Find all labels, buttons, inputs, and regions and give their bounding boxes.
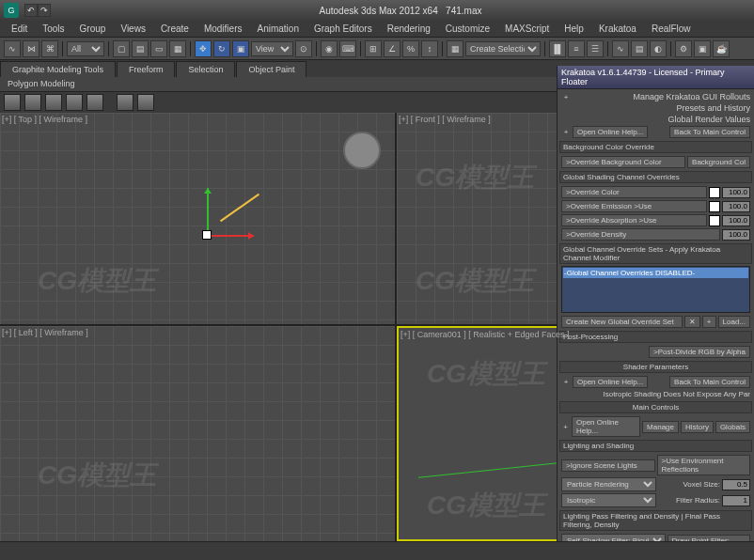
- gizmo-y-axis[interactable]: [207, 188, 209, 235]
- rect-region-icon[interactable]: ▭: [150, 40, 167, 57]
- center-pivot-icon[interactable]: ⊙: [295, 40, 312, 57]
- render-mode-select[interactable]: Particle Rendering: [561, 477, 656, 491]
- menu-edit[interactable]: Edit: [4, 22, 35, 36]
- selection-filter[interactable]: All: [67, 41, 104, 56]
- override-density-value[interactable]: [722, 229, 750, 241]
- back-main-button-2[interactable]: Back To Main Control: [669, 376, 750, 388]
- menu-realflow[interactable]: RealFlow: [644, 22, 699, 36]
- override-absorption-button[interactable]: >Override Absorption >Use: [561, 214, 707, 226]
- emission-swatch[interactable]: [709, 201, 720, 212]
- history-tab[interactable]: History: [681, 421, 714, 433]
- quick-undo-icon[interactable]: ↶: [24, 4, 38, 17]
- tab-selection[interactable]: Selection: [176, 61, 235, 77]
- manipulate-icon[interactable]: ◉: [321, 40, 338, 57]
- quick-redo-icon[interactable]: ↷: [38, 4, 51, 17]
- move-icon[interactable]: ✥: [195, 40, 212, 57]
- gizmo-xy-plane[interactable]: [220, 194, 259, 222]
- filter-radius-input[interactable]: [722, 495, 750, 506]
- manage-tab[interactable]: Manage: [642, 421, 679, 433]
- menu-animation[interactable]: Animation: [249, 22, 306, 36]
- viewport-top[interactable]: [+] [ Top ] [ Wireframe ] CG模型王: [0, 113, 395, 324]
- expand-icon[interactable]: +: [561, 92, 571, 101]
- vp-front-label[interactable]: [+] [ Front ] [ Wireframe ]: [399, 115, 491, 124]
- menu-tools[interactable]: Tools: [35, 22, 71, 36]
- poly-icon-4[interactable]: [66, 94, 83, 111]
- expand-icon[interactable]: +: [561, 422, 570, 431]
- menu-krakatoa[interactable]: Krakatoa: [591, 22, 644, 36]
- poly-icon-1[interactable]: [4, 94, 21, 111]
- open-help-button[interactable]: Open Online Help...: [573, 126, 648, 138]
- override-density-button[interactable]: >Override Density: [561, 228, 720, 241]
- override-color-value[interactable]: [722, 187, 750, 198]
- vp-top-label[interactable]: [+] [ Top ] [ Wireframe ]: [2, 115, 87, 124]
- schematic-icon[interactable]: ▤: [631, 40, 648, 57]
- viewcube-top[interactable]: [343, 132, 381, 169]
- menu-rendering[interactable]: Rendering: [380, 22, 438, 36]
- override-color-button[interactable]: >Override Color: [561, 186, 707, 198]
- angle-snap-icon[interactable]: ∠: [384, 40, 401, 57]
- load-button[interactable]: Load...: [718, 316, 750, 328]
- globals-tab[interactable]: Globals: [715, 421, 750, 433]
- vp-camera-label[interactable]: [+] [ Camera001 ] [ Realistic + Edged Fa…: [401, 330, 570, 339]
- menu-help[interactable]: Help: [557, 22, 591, 36]
- open-help-button-3[interactable]: Open Online Help...: [572, 416, 640, 437]
- absorption-swatch[interactable]: [709, 215, 720, 226]
- color-swatch[interactable]: [709, 187, 720, 198]
- tab-object-paint[interactable]: Object Paint: [236, 61, 306, 77]
- bg-color-button[interactable]: Background Col: [687, 156, 750, 168]
- global-values-link[interactable]: Global Render Values: [668, 115, 750, 124]
- mirror-icon[interactable]: ▐▌: [549, 40, 566, 57]
- ref-coord-system[interactable]: View: [251, 41, 293, 56]
- presets-link[interactable]: Presets and History: [676, 103, 750, 113]
- layers-icon[interactable]: ☰: [587, 40, 604, 57]
- override-set-item[interactable]: -Global Channel Overrides DISABLED-: [563, 268, 748, 278]
- override-bg-color-button[interactable]: >Override Background Color: [561, 156, 685, 168]
- poly-icon-6[interactable]: [117, 94, 134, 111]
- menu-views[interactable]: Views: [113, 22, 153, 36]
- tab-freeform[interactable]: Freeform: [117, 61, 176, 77]
- panel-title[interactable]: Krakatoa v1.6.1.44739 - Licensed - Prima…: [558, 66, 754, 89]
- align-icon[interactable]: ≡: [568, 40, 585, 57]
- poly-icon-3[interactable]: [45, 94, 62, 111]
- poly-icon-7[interactable]: [137, 94, 154, 111]
- create-override-set-button[interactable]: Create New Global Override Set: [561, 316, 683, 328]
- curve-editor-icon[interactable]: ∿: [612, 40, 629, 57]
- tab-graphite[interactable]: Graphite Modeling Tools: [0, 61, 116, 77]
- vp-left-label[interactable]: [+] [ Left ] [ Wireframe ]: [2, 328, 88, 337]
- override-emission-value[interactable]: [722, 201, 750, 212]
- delete-icon[interactable]: ✕: [684, 316, 700, 328]
- render-icon[interactable]: ☕: [713, 40, 730, 57]
- named-sel-set-icon[interactable]: ▦: [447, 40, 463, 57]
- voxel-size-input[interactable]: [722, 479, 750, 490]
- poly-icon-2[interactable]: [24, 94, 41, 111]
- select-name-icon[interactable]: ▤: [132, 40, 149, 57]
- menu-maxscript[interactable]: MAXScript: [497, 22, 557, 36]
- phase-function-select[interactable]: Isotropic: [561, 493, 656, 507]
- gizmo-origin[interactable]: [202, 230, 212, 240]
- expand-icon[interactable]: +: [561, 378, 571, 387]
- select-icon[interactable]: ▢: [113, 40, 130, 57]
- material-editor-icon[interactable]: ◐: [650, 40, 667, 57]
- link-icon[interactable]: ∿: [4, 40, 21, 57]
- override-absorption-value[interactable]: [722, 215, 750, 226]
- override-emission-button[interactable]: >Override Emission >Use: [561, 200, 707, 212]
- menu-create[interactable]: Create: [153, 22, 196, 36]
- render-setup-icon[interactable]: ⚙: [675, 40, 692, 57]
- post-divide-button[interactable]: >Post-Divide RGB by Alpha: [649, 346, 750, 358]
- open-help-button-2[interactable]: Open Online Help...: [573, 376, 648, 388]
- keyboard-icon[interactable]: ⌨: [339, 40, 356, 57]
- menu-graph-editors[interactable]: Graph Editors: [306, 22, 380, 36]
- scale-icon[interactable]: ▣: [232, 40, 249, 57]
- env-reflections-button[interactable]: >Use Environment Reflections: [657, 455, 751, 475]
- menu-customize[interactable]: Customize: [438, 22, 497, 36]
- gizmo-x-axis[interactable]: [207, 235, 254, 237]
- viewport-left[interactable]: [+] [ Left ] [ Wireframe ] CG模型王: [0, 326, 395, 541]
- override-sets-list[interactable]: -Global Channel Overrides DISABLED-: [561, 266, 750, 313]
- ignore-lights-button[interactable]: >Ignore Scene Lights: [561, 459, 655, 472]
- snap-icon[interactable]: ⊞: [365, 40, 382, 57]
- spinner-snap-icon[interactable]: ↕: [421, 40, 438, 57]
- add-icon[interactable]: +: [702, 316, 716, 328]
- render-frame-icon[interactable]: ▣: [694, 40, 711, 57]
- manage-rollouts-link[interactable]: Manage Krakatoa GUI Rollouts: [573, 92, 750, 101]
- menu-group[interactable]: Group: [72, 22, 114, 36]
